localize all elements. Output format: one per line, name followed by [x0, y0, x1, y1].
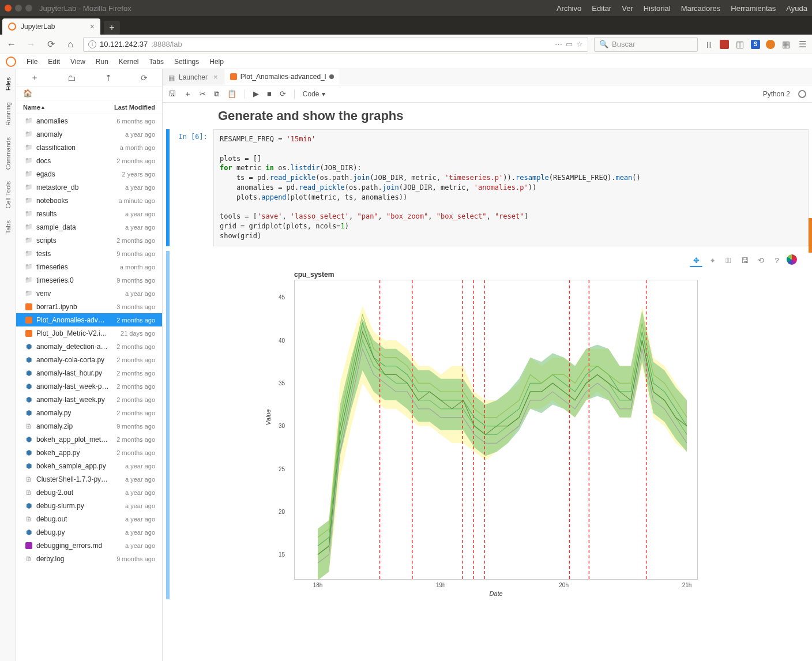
firefox-menu-ver[interactable]: Ver	[622, 4, 633, 13]
file-row[interactable]: timeseries.09 months ago	[16, 273, 162, 287]
run-icon[interactable]: ▶	[253, 89, 259, 98]
file-row[interactable]: timeseriesa month ago	[16, 260, 162, 273]
file-row[interactable]: ⬢anomaly_detection-a…2 months ago	[16, 340, 162, 353]
jlab-menu-settings[interactable]: Settings	[174, 58, 199, 66]
window-close-button[interactable]	[5, 5, 12, 12]
file-row[interactable]: anomaly.zip9 months ago	[16, 419, 162, 433]
breadcrumb[interactable]: 🏠	[16, 87, 162, 100]
reload-button[interactable]: ⟳	[44, 37, 58, 51]
code-cell[interactable]: In [6]: RESAMPLE_FREQ = '15min' plots = …	[166, 129, 809, 246]
restart-icon[interactable]: ⟳	[280, 89, 286, 98]
info-icon[interactable]: i	[88, 40, 96, 48]
column-name[interactable]: Name	[23, 104, 40, 111]
file-row[interactable]: resultsa year ago	[16, 207, 162, 220]
left-tab-running[interactable]: Running	[5, 96, 12, 132]
upload-icon[interactable]: ⤒	[105, 73, 112, 82]
file-row[interactable]: ⬢bokeh_app.py2 months ago	[16, 446, 162, 459]
file-row[interactable]: tests9 months ago	[16, 247, 162, 260]
reset-tool-icon[interactable]: ⟲	[754, 254, 767, 267]
file-row[interactable]: ⬢anomaly-last_week-p…2 months ago	[16, 380, 162, 393]
doc-tab[interactable]: ▦Launcher×	[163, 69, 224, 85]
firefox-menu-herramientas[interactable]: Herramientas	[731, 4, 776, 13]
left-tab-files[interactable]: Files	[5, 72, 12, 96]
insert-cell-icon[interactable]: ＋	[184, 89, 191, 99]
jlab-menu-view[interactable]: View	[70, 58, 85, 66]
new-tab-button[interactable]: +	[104, 21, 120, 35]
back-button[interactable]: ←	[5, 37, 18, 51]
kernel-status-icon[interactable]	[798, 90, 806, 98]
file-row[interactable]: debug-2.outa year ago	[16, 486, 162, 499]
jlab-menu-file[interactable]: File	[27, 58, 37, 66]
file-row[interactable]: Plot_Job_Metric-V2.i…21 days ago	[16, 326, 162, 340]
jlab-menu-kernel[interactable]: Kernel	[119, 58, 139, 66]
firefox-menu-historial[interactable]: Historial	[644, 4, 671, 13]
file-row[interactable]: Plot_Anomalies-adv…2 months ago	[16, 313, 162, 326]
sidebar-icon[interactable]: ◫	[735, 39, 745, 50]
lasso-tool-icon[interactable]: ⌖	[706, 254, 719, 267]
firefox-menu-ayuda[interactable]: Ayuda	[786, 4, 807, 13]
window-maximize-button[interactable]	[25, 5, 32, 12]
close-icon[interactable]: ×	[213, 73, 218, 81]
reader-icon[interactable]: ▭	[566, 40, 573, 48]
forward-button[interactable]: →	[24, 37, 38, 51]
new-launcher-icon[interactable]: ＋	[31, 73, 39, 83]
file-row[interactable]: classificationa month ago	[16, 141, 162, 154]
cut-icon[interactable]: ✂	[200, 89, 206, 98]
home-icon[interactable]: 🏠	[23, 89, 32, 97]
browser-tab[interactable]: JupyterLab ×	[2, 18, 100, 35]
file-row[interactable]: ⬢anomaly-cola-corta.py2 months ago	[16, 353, 162, 366]
file-row[interactable]: ⬢bokeh_app_plot_met…2 months ago	[16, 433, 162, 446]
extension-s-icon[interactable]: S	[751, 40, 760, 49]
ublock-icon[interactable]	[720, 40, 729, 49]
jlab-menu-tabs[interactable]: Tabs	[149, 58, 164, 66]
firefox-menu-marcadores[interactable]: Marcadores	[681, 4, 721, 13]
file-row[interactable]: docs2 months ago	[16, 154, 162, 167]
kernel-name[interactable]: Python 2	[763, 90, 790, 98]
file-row[interactable]: ⬢anomaly.py2 months ago	[16, 406, 162, 419]
file-row[interactable]: ClusterShell-1.7.3-py…a year ago	[16, 472, 162, 486]
doc-tab[interactable]: Plot_Anomalies-advanced_l	[224, 69, 341, 85]
help-tool-icon[interactable]: ?	[770, 254, 783, 267]
file-row[interactable]: egads2 years ago	[16, 167, 162, 181]
close-icon[interactable]: ×	[90, 22, 95, 31]
copy-icon[interactable]: ⧉	[214, 89, 219, 99]
url-bar[interactable]: i 10.121.242.37:8888/lab ⋯ ▭ ☆	[83, 37, 588, 52]
file-row[interactable]: anomalies6 months ago	[16, 114, 162, 127]
refresh-icon[interactable]: ⟳	[141, 73, 148, 82]
jlab-menu-run[interactable]: Run	[96, 58, 108, 66]
file-row[interactable]: anomalya year ago	[16, 127, 162, 141]
firefox-menu-archivo[interactable]: Archivo	[557, 4, 581, 13]
file-row[interactable]: borrar1.ipynb3 months ago	[16, 300, 162, 313]
file-row[interactable]: metastore_dba year ago	[16, 181, 162, 194]
paste-icon[interactable]: 📋	[227, 89, 236, 98]
window-minimize-button[interactable]	[15, 5, 22, 12]
left-tab-tabs[interactable]: Tabs	[5, 215, 12, 239]
file-row[interactable]: venva year ago	[16, 287, 162, 300]
firefox-menu-editar[interactable]: Editar	[592, 4, 611, 13]
code-editor[interactable]: RESAMPLE_FREQ = '15min' plots = [] for m…	[213, 129, 809, 246]
line-plot[interactable]: Value 1520253035404518h19h20h21h	[294, 280, 698, 580]
home-button[interactable]: ⌂	[63, 37, 77, 51]
column-modified[interactable]: Last Modified	[114, 104, 155, 111]
file-row[interactable]: ⬢anomaly-last_week.py2 months ago	[16, 393, 162, 406]
jlab-menu-edit[interactable]: Edit	[48, 58, 60, 66]
hamburger-icon[interactable]: ☰	[797, 39, 807, 50]
extension-orange-icon[interactable]	[766, 40, 775, 49]
file-row[interactable]: debug.outa year ago	[16, 512, 162, 525]
save-tool-icon[interactable]: 🖫	[738, 254, 751, 267]
save-icon[interactable]: 🖫	[168, 89, 176, 98]
search-box[interactable]: 🔍 Buscar	[594, 37, 698, 52]
file-row[interactable]: ⬢debug.pya year ago	[16, 525, 162, 539]
bookmark-icon[interactable]: ☆	[576, 40, 583, 48]
file-row[interactable]: derby.log9 months ago	[16, 552, 162, 565]
stop-icon[interactable]: ■	[267, 89, 272, 98]
library-icon[interactable]: ⫼	[704, 39, 714, 50]
left-tab-commands[interactable]: Commands	[5, 132, 12, 175]
file-row[interactable]: ⬢anomaly-last_hour.py2 months ago	[16, 366, 162, 380]
pan-tool-icon[interactable]: ✥	[690, 254, 702, 267]
extension-box-icon[interactable]: ▦	[781, 39, 791, 50]
box-select-tool-icon[interactable]: ◻⃞	[722, 254, 735, 267]
new-folder-icon[interactable]: 🗀	[67, 73, 76, 82]
file-row[interactable]: ⬢debug-slurm.pya year ago	[16, 499, 162, 512]
file-row[interactable]: sample_dataa year ago	[16, 220, 162, 234]
